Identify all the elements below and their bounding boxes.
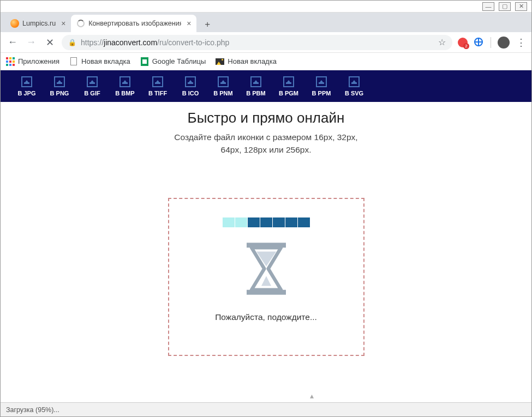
format-bmp[interactable]: В BMP — [109, 76, 141, 96]
bookmark-label: Google Таблицы — [152, 57, 206, 65]
tab-strip: Lumpics.ru × Конвертировать изображения … — [1, 13, 531, 32]
page-subtext: Создайте файл иконки с размером 16px, 32… — [1, 131, 531, 156]
progress-bar — [223, 217, 310, 227]
minimize-button[interactable]: — — [482, 2, 494, 11]
format-label: В PNG — [50, 90, 69, 96]
file-icon — [69, 57, 78, 66]
image-format-icon — [316, 76, 327, 87]
tab-jinaconvert[interactable]: Конвертировать изображения в × — [71, 15, 196, 32]
upload-dropzone[interactable]: Пожалуйста, подождите... — [168, 198, 364, 356]
format-label: В BMP — [115, 90, 134, 96]
image-format-icon — [152, 76, 163, 87]
loading-spinner-icon — [76, 19, 85, 28]
format-label: В TIFF — [148, 90, 167, 96]
bookmark-google-sheets[interactable]: Google Таблицы — [140, 57, 206, 66]
wait-text: Пожалуйста, подождите... — [215, 312, 317, 322]
format-nav-ribbon: В JPG В PNG В GIF В BMP В TIFF В ICO В P… — [1, 70, 531, 102]
scroll-hint-icon: ▴ — [310, 391, 314, 400]
bookmark-new-tab-2[interactable]: Новая вкладка — [216, 57, 277, 66]
status-bar: Загрузка (95%)... — [1, 402, 531, 416]
address-bar[interactable]: 🔒 https://jinaconvert.com/ru/convert-to-… — [62, 35, 452, 50]
format-label: В JPG — [17, 90, 35, 96]
sheets-icon — [140, 57, 149, 66]
status-text: Загрузка (95%)... — [6, 406, 59, 414]
window-titlebar: — ▢ ✕ — [1, 1, 531, 13]
format-png[interactable]: В PNG — [43, 76, 76, 96]
bookmarks-bar: Приложения Новая вкладка Google Таблицы … — [1, 53, 531, 70]
format-label: В PGM — [279, 90, 298, 96]
browser-toolbar: ← → ✕ 🔒 https://jinaconvert.com/ru/conve… — [1, 32, 531, 53]
bookmark-star-icon[interactable]: ☆ — [438, 37, 446, 47]
hourglass-icon — [242, 241, 291, 296]
tab-lumpics[interactable]: Lumpics.ru × — [5, 15, 71, 32]
format-label: В SVG — [345, 90, 363, 96]
tab-title: Lumpics.ru — [22, 20, 56, 27]
format-svg[interactable]: В SVG — [338, 76, 370, 96]
menu-button[interactable]: ⋮ — [516, 37, 526, 49]
globe-extension-icon[interactable] — [474, 38, 484, 47]
opera-extension-icon[interactable]: 2 — [458, 38, 468, 47]
bookmark-label: Новая вкладка — [81, 57, 130, 65]
separator — [491, 37, 491, 48]
format-label: В ICO — [182, 90, 199, 96]
image-format-icon — [218, 76, 229, 87]
format-ppm[interactable]: В PPM — [305, 76, 338, 96]
image-format-icon — [349, 76, 360, 87]
format-label: В PBM — [246, 90, 265, 96]
extension-badge: 2 — [463, 43, 469, 49]
tab-title: Конвертировать изображения в — [88, 20, 181, 27]
format-pnm[interactable]: В PNM — [207, 76, 240, 96]
url-text: https://jinaconvert.com/ru/convert-to-ic… — [81, 38, 229, 47]
lock-icon: 🔒 — [68, 39, 76, 46]
image-format-icon — [119, 76, 130, 87]
bookmark-label: Приложения — [18, 57, 59, 65]
close-tab-icon[interactable]: × — [187, 19, 191, 28]
image-format-icon — [250, 76, 261, 87]
maximize-button[interactable]: ▢ — [499, 2, 511, 11]
content-area: Быстро и прямо онлайн Создайте файл икон… — [1, 102, 531, 356]
format-gif[interactable]: В GIF — [76, 76, 109, 96]
image-format-icon — [21, 76, 32, 87]
format-label: В PNM — [213, 90, 232, 96]
favicon-orange-icon — [10, 19, 19, 28]
bookmark-apps[interactable]: Приложения — [6, 57, 59, 66]
page-viewport: В JPG В PNG В GIF В BMP В TIFF В ICO В P… — [1, 70, 531, 402]
picture-icon — [216, 57, 224, 66]
image-format-icon — [185, 76, 196, 87]
apps-grid-icon — [6, 57, 15, 66]
format-tiff[interactable]: В TIFF — [141, 76, 174, 96]
bookmark-new-tab-1[interactable]: Новая вкладка — [69, 57, 130, 66]
format-pbm[interactable]: В PBM — [240, 76, 272, 96]
page-headline: Быстро и прямо онлайн — [1, 110, 531, 126]
close-window-button[interactable]: ✕ — [515, 2, 527, 11]
profile-avatar[interactable] — [498, 37, 510, 49]
image-format-icon — [87, 76, 98, 87]
back-button[interactable]: ← — [6, 37, 19, 48]
bookmark-label: Новая вкладка — [228, 57, 277, 65]
format-ico[interactable]: В ICO — [174, 76, 207, 96]
image-format-icon — [54, 76, 65, 87]
close-tab-icon[interactable]: × — [61, 19, 65, 28]
forward-button[interactable]: → — [25, 37, 38, 48]
stop-reload-button[interactable]: ✕ — [43, 37, 56, 49]
format-label: В GIF — [84, 90, 100, 96]
format-jpg[interactable]: В JPG — [10, 76, 43, 96]
new-tab-button[interactable]: + — [200, 17, 215, 32]
format-pgm[interactable]: В PGM — [272, 76, 305, 96]
image-format-icon — [283, 76, 294, 87]
format-label: В PPM — [312, 90, 331, 96]
